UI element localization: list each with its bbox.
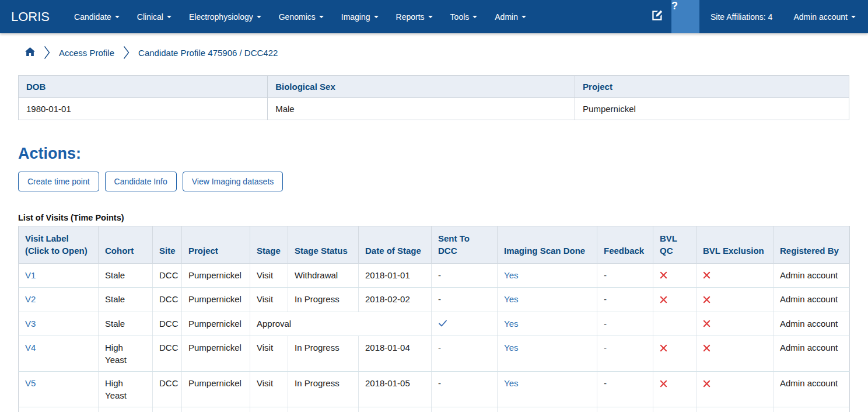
nav-item-genomics[interactable]: Genomics (270, 0, 332, 33)
imaging-scan-link[interactable]: Yes (504, 319, 518, 329)
nav-item-clinical[interactable]: Clinical (128, 0, 180, 33)
candidate-info-table: DOB Biological Sex Project 1980-01-01 Ma… (18, 75, 849, 120)
visit-label-link[interactable]: V3 (25, 319, 36, 329)
visits-column-header: Cohort (99, 226, 153, 264)
home-link[interactable] (25, 47, 35, 58)
breadcrumb-candidate-profile[interactable]: Candidate Profile 475906 / DCC422 (138, 48, 278, 58)
visit-cell: Admin account (774, 288, 850, 312)
visit-cell: DCC (153, 372, 182, 407)
create-time-point-button[interactable]: Create time point (18, 172, 99, 191)
visit-cell: High Yeast (99, 372, 153, 407)
visit-cell: Visit (250, 288, 288, 312)
feedback-button[interactable] (643, 0, 671, 33)
visit-cell: Pumpernickel (182, 336, 250, 372)
visit-cell (696, 372, 774, 407)
visit-cell: Admin account (774, 263, 850, 288)
visit-cell (359, 407, 432, 412)
navbar-right: ? Site Affiliations: 4 Admin account (643, 0, 868, 33)
info-row: 1980-01-01 Male Pumpernickel (19, 98, 849, 120)
help-button[interactable]: ? (671, 0, 699, 33)
x-icon (703, 318, 710, 330)
visit-label-link[interactable]: V4 (25, 343, 36, 352)
x-icon (703, 378, 710, 390)
visits-column-header: Imaging Scan Done (498, 226, 597, 264)
visit-cell: V1 (19, 263, 99, 288)
nav-item-label: Genomics (279, 12, 316, 22)
info-value-sex: Male (268, 98, 575, 120)
breadcrumb-access-profile[interactable]: Access Profile (59, 48, 114, 58)
chevron-down-icon (522, 16, 526, 18)
imaging-scan-link[interactable]: Yes (504, 294, 518, 304)
visit-cell: In Progress (288, 288, 359, 312)
info-header-dob: DOB (19, 76, 268, 98)
visit-cell: - (597, 312, 653, 336)
site-affiliations[interactable]: Site Affiliations: 4 (699, 0, 783, 33)
breadcrumb-separator-icon (44, 46, 50, 60)
account-menu[interactable]: Admin account (783, 0, 868, 33)
info-header-sex: Biological Sex (268, 76, 575, 98)
chevron-down-icon (428, 16, 433, 18)
nav-item-imaging[interactable]: Imaging (332, 0, 387, 33)
nav-item-reports[interactable]: Reports (387, 0, 442, 33)
home-icon (25, 47, 35, 58)
visit-cell (653, 407, 696, 412)
visits-column-header: Stage Status (288, 226, 359, 264)
visit-cell: DCC (153, 336, 182, 372)
nav-item-tools[interactable]: Tools (442, 0, 487, 33)
x-icon (660, 343, 667, 355)
chevron-down-icon (473, 16, 477, 18)
visit-cell: Pumpernickel (182, 312, 250, 336)
visit-label-link[interactable]: V2 (25, 294, 36, 304)
visit-cell: Visit (250, 263, 288, 288)
view-imaging-datasets-button[interactable]: View Imaging datasets (183, 172, 284, 191)
visit-cell: V5 (19, 372, 99, 407)
visit-cell (774, 407, 850, 412)
visit-cell (696, 288, 774, 312)
visits-column-header: Site (153, 226, 182, 264)
visit-cell (153, 407, 182, 412)
visit-label-link[interactable]: V1 (25, 270, 36, 280)
visit-cell (696, 407, 774, 412)
visit-cell: Stale (99, 312, 153, 336)
visits-column-header: Visit Label (Click to Open) (19, 226, 99, 264)
actions-buttons: Create time point Candidate Info View Im… (18, 172, 868, 191)
visit-cell: In Progress (288, 336, 359, 372)
nav-item-admin[interactable]: Admin (486, 0, 535, 33)
visit-cell: 2018-01-05 (359, 372, 432, 407)
x-icon (703, 270, 710, 282)
nav-item-label: Reports (396, 12, 425, 22)
info-value-dob: 1980-01-01 (19, 98, 268, 120)
visit-cell: Approval (250, 312, 432, 336)
visit-row: V3StaleDCCPumpernickelApprovalYes- Admin… (19, 312, 850, 336)
nav-item-label: Imaging (341, 12, 370, 22)
visit-cell (696, 336, 774, 372)
visit-cell: Admin account (774, 312, 850, 336)
visit-label-link[interactable]: V5 (25, 378, 36, 388)
visit-cell: - (597, 288, 653, 312)
visits-column-header: Date of Stage (359, 226, 432, 264)
visit-cell: Withdrawal (288, 263, 359, 288)
visits-body: V1StaleDCCPumpernickelVisitWithdrawal201… (19, 263, 850, 412)
nav-item-electrophysiology[interactable]: Electrophysiology (180, 0, 270, 33)
nav-item-label: Clinical (137, 12, 163, 22)
nav-menu: Candidate Clinical Electrophysiology Gen… (65, 0, 535, 33)
nav-item-candidate[interactable]: Candidate (65, 0, 128, 33)
loris-logo[interactable]: LORIS (0, 0, 65, 33)
visit-cell (288, 407, 359, 412)
visit-cell: Pumpernickel (182, 288, 250, 312)
visit-cell: Pumpernickel (182, 372, 250, 407)
visit-cell: Stale (99, 288, 153, 312)
imaging-scan-link[interactable]: Yes (504, 270, 518, 280)
visit-cell (597, 407, 653, 412)
chevron-down-icon (319, 16, 324, 18)
candidate-info-button[interactable]: Candidate Info (105, 172, 177, 191)
x-icon (660, 378, 667, 390)
visit-cell: Yes (498, 288, 597, 312)
visit-row: V5High YeastDCCPumpernickelVisitIn Progr… (19, 372, 850, 407)
imaging-scan-link[interactable]: Yes (504, 343, 518, 352)
actions-heading: Actions: (18, 145, 868, 163)
imaging-scan-link[interactable]: Yes (504, 378, 518, 388)
nav-item-label: Tools (450, 12, 470, 22)
visit-cell: - (597, 263, 653, 288)
nav-item-label: Candidate (74, 12, 111, 22)
